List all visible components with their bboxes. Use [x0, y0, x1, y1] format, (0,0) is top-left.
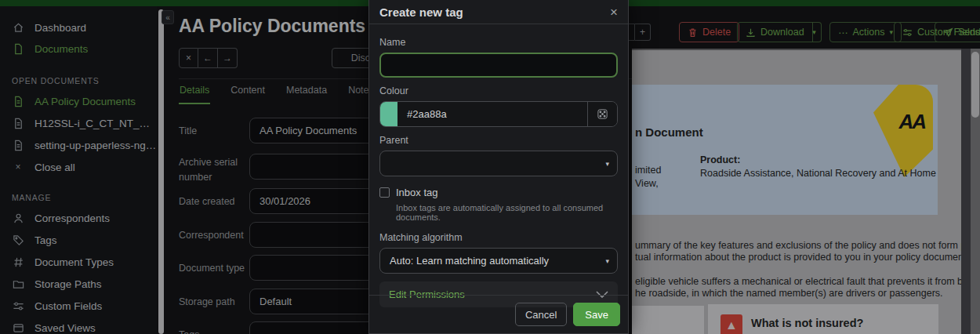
- colour-hex-input[interactable]: #2aa88a: [397, 102, 587, 126]
- random-colour-button[interactable]: [587, 102, 617, 126]
- close-icon: ×: [610, 5, 618, 20]
- tag-name-input[interactable]: [379, 53, 618, 78]
- modal-title: Create new tag: [379, 5, 463, 19]
- chevron-down-icon: ▾: [605, 161, 609, 168]
- inbox-tag-hint: Inbox tags are automatically assigned to…: [396, 203, 618, 222]
- modal-header: Create new tag ×: [369, 0, 628, 24]
- colour-label: Colour: [379, 85, 618, 96]
- matching-algorithm-label: Matching algorithm: [379, 232, 618, 243]
- dice-icon: [597, 108, 608, 120]
- cancel-button[interactable]: Cancel: [515, 303, 567, 326]
- colour-swatch: [380, 102, 397, 126]
- create-tag-modal: Create new tag × Name Colour #2aa88a Par…: [368, 0, 629, 334]
- colour-input-group: #2aa88a: [379, 101, 618, 127]
- paperless-app: Dashboard Documents OPEN DOCUMENTS AA Po…: [0, 0, 980, 334]
- inbox-tag-checkbox-row[interactable]: Inbox tag: [379, 187, 618, 198]
- modal-footer: Cancel Save: [369, 295, 628, 333]
- parent-select[interactable]: ▾: [379, 151, 618, 176]
- matching-algorithm-select[interactable]: Auto: Learn matching automatically ▾: [379, 248, 618, 274]
- matching-algorithm-value: Auto: Learn matching automatically: [390, 255, 549, 267]
- inbox-tag-label: Inbox tag: [396, 187, 438, 198]
- parent-label: Parent: [379, 135, 618, 146]
- save-button[interactable]: Save: [573, 303, 620, 326]
- chevron-down-icon: ▾: [605, 258, 609, 265]
- name-label: Name: [379, 37, 618, 48]
- modal-body: Name Colour #2aa88a Parent ▾ Inbox tag I…: [369, 24, 628, 307]
- modal-close-button[interactable]: ×: [610, 5, 618, 19]
- inbox-tag-checkbox[interactable]: [379, 187, 390, 198]
